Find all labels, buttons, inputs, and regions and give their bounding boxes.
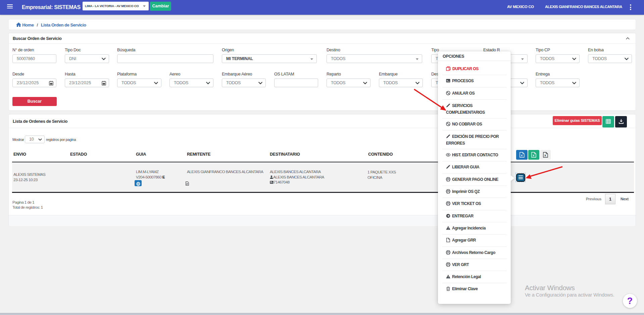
svg-text:x: x — [544, 154, 546, 157]
svg-text:x: x — [521, 154, 523, 157]
svg-text:x: x — [533, 154, 534, 157]
